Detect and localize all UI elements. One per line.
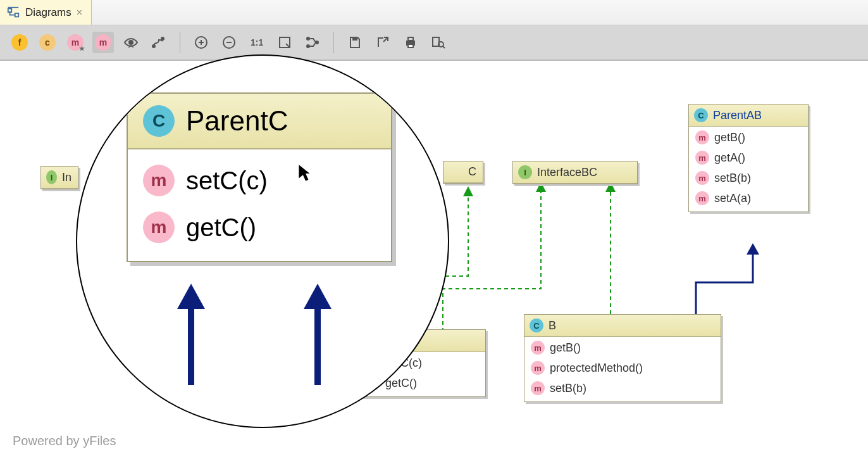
- constructors-toggle-button[interactable]: c: [37, 32, 58, 53]
- node-header: C B: [524, 315, 721, 337]
- svg-marker-21: [747, 243, 759, 255]
- find-button[interactable]: [428, 32, 449, 53]
- field-f-icon: f: [11, 34, 28, 51]
- node-body: mgetB() mprotectedMethod() msetB(b): [524, 337, 721, 401]
- node-title: B: [549, 319, 556, 332]
- member-label: getA(): [714, 151, 745, 165]
- footer-credit: Powered by yFiles: [13, 434, 116, 448]
- method-icon: m: [531, 361, 545, 375]
- fit-icon: [277, 35, 292, 50]
- curve-icon: [151, 35, 166, 50]
- print-button[interactable]: [400, 32, 421, 53]
- method-icon: m: [695, 151, 709, 165]
- tab-strip: Diagrams ×: [0, 0, 868, 25]
- member-label: getC(): [385, 377, 417, 390]
- node-header: I In: [41, 167, 78, 189]
- fit-content-button[interactable]: [274, 32, 295, 53]
- diagram-icon: [6, 6, 20, 20]
- close-icon[interactable]: ×: [77, 7, 82, 18]
- method-icon: m: [695, 130, 709, 144]
- svg-point-3: [152, 45, 155, 47]
- svg-marker-24: [177, 284, 205, 309]
- node-title: C: [468, 165, 476, 179]
- node-header: I InterfaceBC: [513, 161, 637, 184]
- parent-ab-node[interactable]: C ParentAB mgetB() mgetA() msetB(b) mset…: [688, 104, 809, 212]
- toolbar: f c m★ m 1:1: [0, 25, 868, 61]
- magnifier-edges: [77, 56, 448, 427]
- node-title: ParentAB: [713, 109, 762, 122]
- interface-node-partial-left[interactable]: I In: [40, 166, 78, 189]
- zoom-out-icon: [221, 35, 237, 50]
- member-row: msetA(a): [695, 191, 802, 205]
- member-label: protectedMethod(): [550, 362, 643, 375]
- toolbar-separator: [180, 32, 180, 53]
- save-icon: [347, 35, 363, 50]
- svg-point-11: [316, 41, 318, 44]
- svg-marker-25: [304, 284, 332, 309]
- save-button[interactable]: [344, 32, 366, 53]
- export-button[interactable]: [372, 32, 394, 53]
- interface-bc-node[interactable]: I InterfaceBC: [512, 161, 638, 184]
- print-icon: [403, 35, 418, 50]
- magnifier-lens: C ParentC msetC(c) mgetC(): [76, 54, 449, 428]
- member-label: setA(a): [714, 192, 751, 205]
- member-label: getB(): [714, 131, 745, 144]
- member-row: mgetB(): [695, 130, 802, 144]
- class-c-icon: c: [39, 34, 56, 51]
- method-icon: m: [695, 191, 709, 205]
- toolbar-separator: [333, 32, 334, 53]
- method-icon: m: [531, 381, 545, 395]
- svg-text:1:1: 1:1: [251, 37, 263, 47]
- zoom-in-button[interactable]: [190, 32, 212, 53]
- class-b-node[interactable]: C B mgetB() mprotectedMethod() msetB(b): [524, 314, 721, 402]
- svg-rect-12: [352, 37, 357, 41]
- member-row: msetB(b): [531, 381, 714, 395]
- svg-point-2: [129, 41, 133, 44]
- fields-toggle-button[interactable]: f: [9, 32, 30, 53]
- tab-label: Diagrams: [25, 6, 71, 19]
- visibility-button[interactable]: [120, 32, 142, 53]
- layout-icon: [305, 35, 320, 50]
- interface-icon: I: [46, 170, 57, 184]
- svg-rect-14: [408, 37, 413, 41]
- svg-point-9: [307, 37, 309, 40]
- node-header: C ParentAB: [689, 104, 808, 127]
- class-icon: C: [694, 108, 708, 122]
- diagram-canvas[interactable]: I In C I InterfaceBC C ParentAB mgetB() …: [0, 61, 868, 461]
- layout-button[interactable]: [302, 32, 323, 53]
- member-label: setB(b): [714, 172, 751, 185]
- method-icon: m: [531, 341, 545, 355]
- export-icon: [375, 35, 390, 50]
- search-preview-icon: [431, 35, 446, 50]
- member-label: setB(b): [550, 382, 586, 395]
- zoom-in-icon: [194, 35, 209, 50]
- method-m-star-icon: m★: [67, 34, 84, 51]
- node-title: In: [62, 171, 71, 184]
- actual-size-button[interactable]: 1:1: [246, 32, 268, 53]
- member-row: mprotectedMethod(): [531, 361, 714, 375]
- method-m-icon: m: [95, 34, 111, 51]
- interface-icon: I: [518, 165, 532, 179]
- svg-rect-1: [15, 13, 19, 16]
- svg-rect-0: [8, 8, 12, 11]
- svg-rect-15: [408, 44, 413, 47]
- class-icon: C: [530, 319, 543, 332]
- member-row: mgetA(): [695, 151, 802, 165]
- member-row: msetB(b): [695, 171, 802, 185]
- svg-point-10: [307, 45, 309, 47]
- edge-style-button[interactable]: [148, 32, 170, 53]
- methods-toggle-button-2[interactable]: m: [92, 32, 114, 53]
- one-to-one-icon: 1:1: [248, 35, 266, 50]
- svg-point-4: [161, 37, 164, 40]
- node-header: C: [443, 161, 483, 183]
- member-label: getB(): [550, 341, 581, 355]
- eye-icon: [123, 35, 139, 50]
- node-body: mgetB() mgetA() msetB(b) msetA(a): [689, 127, 808, 212]
- node-title: InterfaceBC: [537, 166, 597, 179]
- svg-marker-18: [463, 186, 473, 196]
- methods-toggle-button[interactable]: m★: [65, 32, 86, 53]
- zoom-out-button[interactable]: [218, 32, 240, 53]
- interface-ac-node-partial[interactable]: C: [443, 161, 483, 184]
- tab-diagrams[interactable]: Diagrams ×: [0, 0, 92, 25]
- member-row: mgetB(): [531, 341, 714, 355]
